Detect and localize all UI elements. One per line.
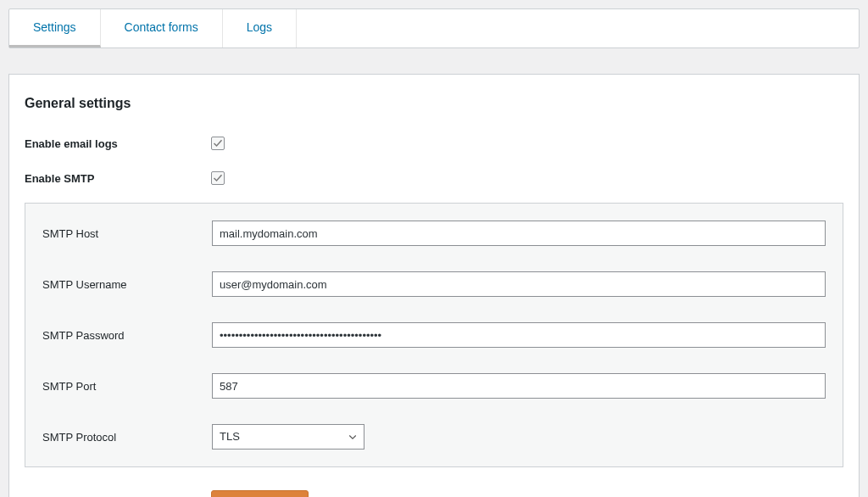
checkbox-enable-email-logs[interactable] [211,137,225,150]
input-smtp-port[interactable] [212,373,826,399]
row-smtp-host: SMTP Host [25,208,843,259]
checkbox-enable-smtp[interactable] [211,171,225,185]
tab-contact-forms[interactable]: Contact forms [101,9,223,47]
row-enable-smtp: Enable SMTP [9,161,859,196]
label-smtp-port: SMTP Port [42,380,212,393]
tab-logs[interactable]: Logs [223,9,297,47]
settings-panel: General settings Enable email logs Enabl… [8,74,860,497]
row-smtp-password: SMTP Password [25,310,843,360]
input-smtp-username[interactable] [212,271,826,297]
row-smtp-username: SMTP Username [25,259,843,310]
row-smtp-port: SMTP Port [25,360,843,411]
label-enable-smtp: Enable SMTP [25,172,211,185]
label-smtp-username: SMTP Username [42,278,212,291]
row-enable-email-logs: Enable email logs [9,126,859,161]
input-smtp-password[interactable] [212,322,826,348]
tab-settings[interactable]: Settings [9,9,101,47]
save-changes-button[interactable]: Save Changes [211,490,309,497]
label-smtp-protocol: SMTP Protocol [42,431,212,444]
submit-row: Save Changes [9,477,859,497]
select-smtp-protocol[interactable]: TLS [212,424,364,450]
smtp-settings-box: SMTP Host SMTP Username SMTP Password SM… [25,203,843,467]
page-title: General settings [9,96,859,126]
check-icon [213,173,223,183]
label-smtp-host: SMTP Host [42,227,212,240]
tab-navigation: Settings Contact forms Logs [8,8,860,48]
check-icon [213,138,223,148]
row-smtp-protocol: SMTP Protocol TLS [25,411,843,462]
label-smtp-password: SMTP Password [42,329,212,342]
input-smtp-host[interactable] [212,221,826,246]
label-enable-email-logs: Enable email logs [25,137,211,150]
